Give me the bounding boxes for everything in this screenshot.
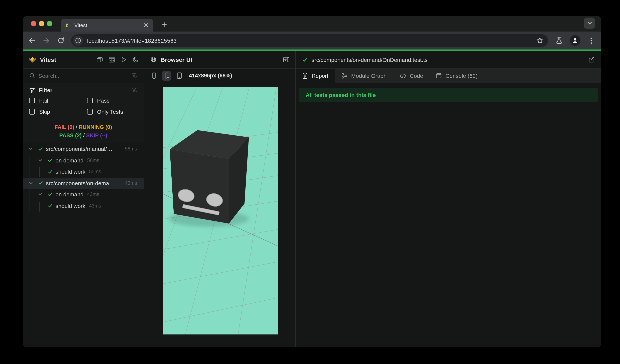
test-tree: src/components/manual/… 56ms on demand 5… <box>23 143 144 212</box>
search-input[interactable]: Search... <box>38 73 131 79</box>
tree-row-suite[interactable]: on demand 56ms <box>23 155 144 166</box>
vitest-logo-icon <box>28 56 37 64</box>
summary-line-1: FAIL (0) / RUNNING (0) <box>23 123 144 131</box>
profile-avatar[interactable] <box>570 35 580 46</box>
tab-report[interactable]: Report <box>296 69 335 83</box>
tab-label: Module Graph <box>351 73 387 79</box>
tab-console[interactable]: Console (69) <box>429 69 484 83</box>
vitest-ui: Vitest <box>23 51 601 347</box>
all-tests-passed-banner: All tests passed in this file <box>299 88 598 102</box>
dock-panel-icon[interactable] <box>283 56 290 63</box>
tree-row-test[interactable]: should work 43ms <box>23 200 144 212</box>
tree-row-file-on-demand[interactable]: src/components/on-dema… 43ms <box>23 177 144 189</box>
run-all-icon[interactable] <box>119 55 128 64</box>
checkbox-label: Pass <box>97 97 109 104</box>
minimize-window-button[interactable] <box>39 21 44 26</box>
sidebar-header: Vitest <box>23 51 144 69</box>
module-graph-icon <box>341 73 348 79</box>
robot-head-cube <box>170 130 249 223</box>
checkbox-box[interactable] <box>29 98 35 103</box>
checkbox-only-tests[interactable]: Only Tests <box>87 109 138 115</box>
clear-filter-icon[interactable] <box>131 87 138 93</box>
dark-mode-icon[interactable] <box>131 55 140 64</box>
phone-wide-icon[interactable] <box>175 71 184 80</box>
file-path: src/components/on-demand/OnDemand.test.t… <box>311 57 428 63</box>
pass-check-icon <box>302 57 308 63</box>
clear-search-filter-icon[interactable] <box>131 73 138 79</box>
pass-check-icon <box>47 203 53 209</box>
new-tab-button[interactable] <box>159 19 170 30</box>
device-toolbar: 414x896px (68%) <box>144 69 295 83</box>
zoom-window-button[interactable] <box>47 21 52 26</box>
tab-search-button[interactable] <box>584 17 595 29</box>
experiments-flask-icon[interactable] <box>554 35 564 46</box>
browser-window: Vitest <box>23 16 601 347</box>
chevron-down-icon[interactable] <box>37 157 44 164</box>
browser-ui-title: Browser UI <box>161 56 192 63</box>
tree-label: on demand <box>56 191 83 198</box>
checkbox-box[interactable] <box>87 109 93 115</box>
browser-ui-panel: Browser UI 414x896px (68%) <box>144 51 296 347</box>
search-row: Search... <box>23 69 144 83</box>
tab-title: Vitest <box>74 22 142 28</box>
toolbar-right <box>554 35 596 46</box>
checkbox-box[interactable] <box>87 98 93 103</box>
filter-funnel-icon <box>29 87 35 93</box>
dashboard-icon[interactable] <box>107 55 116 64</box>
checkbox-label: Skip <box>39 109 50 115</box>
phone-plus-icon[interactable] <box>162 71 171 80</box>
checkbox-label: Only Tests <box>97 109 123 115</box>
chevron-down-icon[interactable] <box>37 191 44 198</box>
close-tab-icon[interactable] <box>142 22 149 29</box>
checkbox-pass[interactable]: Pass <box>87 97 138 104</box>
checkbox-label: Fail <box>39 97 48 104</box>
tree-row-test[interactable]: should work 55ms <box>23 166 144 177</box>
menu-kebab-icon[interactable] <box>586 35 596 46</box>
viewport-size-label[interactable]: 414x896px (68%) <box>189 73 232 79</box>
tab-label: Console (69) <box>445 73 477 79</box>
open-in-editor-icon[interactable] <box>588 56 595 63</box>
checkbox-box[interactable] <box>29 109 35 115</box>
tree-label: should work <box>56 169 85 175</box>
address-bar[interactable]: localhost:5173/#/?file=1828625563 <box>71 34 548 47</box>
reload-button[interactable] <box>55 35 66 46</box>
phone-narrow-icon[interactable] <box>149 71 159 80</box>
url-text[interactable]: localhost:5173/#/?file=1828625563 <box>87 37 535 44</box>
checkbox-fail[interactable]: Fail <box>29 97 87 104</box>
sidebar-actions <box>95 55 140 64</box>
bookmark-star-icon[interactable] <box>535 35 545 46</box>
tree-row-suite[interactable]: on demand 43ms <box>23 189 144 200</box>
tree-label: src/components/on-dema… <box>46 180 115 186</box>
browser-tab[interactable]: Vitest <box>61 19 154 31</box>
chevron-down-icon[interactable] <box>28 146 34 152</box>
browser-toolbar: localhost:5173/#/?file=1828625563 <box>23 31 601 49</box>
tree-label: on demand <box>56 157 83 164</box>
duration: 43ms <box>87 192 99 197</box>
search-icon <box>29 73 35 79</box>
close-window-button[interactable] <box>31 21 36 26</box>
pass-check-icon <box>37 180 44 186</box>
console-terminal-icon <box>436 73 442 79</box>
tab-module-graph[interactable]: Module Graph <box>335 69 393 83</box>
tree-row-file-manual[interactable]: src/components/manual/… 56ms <box>23 143 144 155</box>
pass-check-icon <box>47 157 53 164</box>
filter-panel: Filter Fail Pass Skip Only Tests <box>23 83 144 120</box>
screen: Vitest <box>0 0 620 364</box>
site-info-icon[interactable] <box>73 35 83 46</box>
app-preview-viewport[interactable] <box>163 87 278 335</box>
chevron-down-icon[interactable] <box>28 180 34 186</box>
duration: 56ms <box>125 146 137 152</box>
tree-label: should work <box>56 203 85 209</box>
tab-label: Code <box>410 73 423 79</box>
globe-icon <box>150 56 157 63</box>
collapse-windows-icon[interactable] <box>95 55 104 64</box>
duration: 43ms <box>89 203 101 209</box>
tree-label: src/components/manual/… <box>46 146 112 152</box>
back-button[interactable] <box>26 35 38 46</box>
summary-line-2: PASS (2) / SKIP (--) <box>23 131 144 140</box>
checkbox-skip[interactable]: Skip <box>29 109 87 115</box>
filter-title: Filter <box>39 87 131 93</box>
code-icon <box>400 73 406 78</box>
tab-code[interactable]: Code <box>393 69 430 83</box>
forward-button[interactable] <box>41 35 52 46</box>
